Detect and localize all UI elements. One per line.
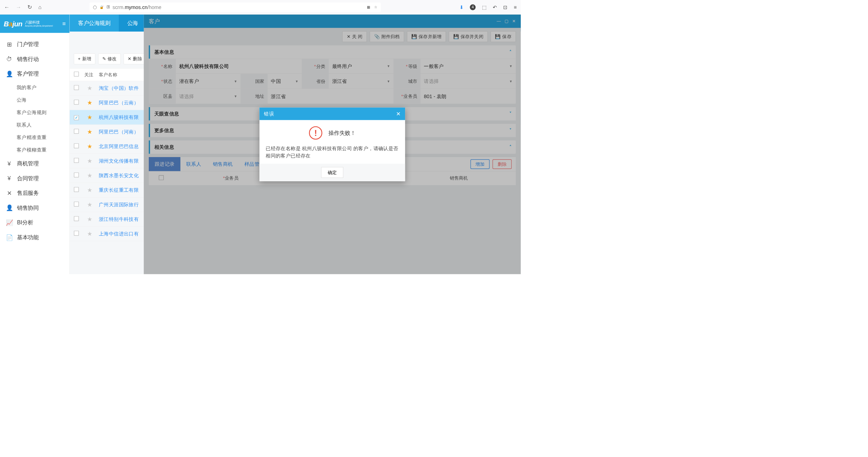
modal-title: 错误	[264, 111, 274, 117]
modal-ok-button[interactable]: 确定	[321, 167, 343, 178]
sidebar-item[interactable]: ✕售后服务	[0, 186, 69, 201]
btn-icon: +	[78, 56, 80, 62]
bookmark-icon[interactable]: ☆	[374, 5, 377, 9]
top-tab[interactable]: 客户公海规则	[70, 15, 119, 32]
nav-icon: 📈	[6, 219, 12, 226]
logo-text: Bajun	[4, 20, 23, 28]
row-checkbox[interactable]	[74, 129, 79, 133]
star-icon[interactable]: ★	[84, 99, 95, 106]
star-icon[interactable]: ★	[84, 85, 95, 92]
back-icon[interactable]: ←	[4, 4, 10, 10]
forward-icon[interactable]: →	[16, 4, 22, 10]
list-button[interactable]: ✎修改	[98, 53, 121, 64]
star-icon[interactable]: ★	[84, 187, 95, 193]
error-modal: 错误 ✕ ! 操作失败！ 已经存在名称是 杭州八骏科技有限公司 的客户，请确认是…	[259, 107, 405, 181]
sidebar-sub-item[interactable]: 客户精准查重	[0, 131, 69, 144]
nav-icon: ¥	[6, 175, 12, 182]
star-icon[interactable]: ★	[84, 143, 95, 150]
row-checkbox[interactable]	[74, 231, 79, 235]
nav-icon: ⊞	[6, 41, 12, 48]
customer-link[interactable]: 陕西水墨长安文化	[99, 172, 139, 179]
key-icon[interactable]: ⚿	[107, 5, 110, 9]
sidebar-item[interactable]: 📈BI分析	[0, 215, 69, 230]
sidebar-item[interactable]: ⊞门户管理	[0, 37, 69, 52]
sidebar-sub-item[interactable]: 我的客户	[0, 81, 69, 94]
star-icon[interactable]: ★	[84, 201, 95, 208]
customer-link[interactable]: 阿里巴巴（河南）	[99, 129, 139, 135]
customer-link[interactable]: 杭州八骏科技有限	[99, 114, 139, 121]
sidebar: Bajun 八骏科技Anyone,Anytime,Anywhere! ≡ ⊞门户…	[0, 15, 70, 274]
btn-icon: ✎	[102, 56, 106, 62]
sidebar-sub-item[interactable]: 公海	[0, 94, 69, 106]
customer-link[interactable]: 浙江特别牛科技有	[99, 216, 139, 223]
home-icon[interactable]: ⌂	[38, 4, 41, 10]
top-tab[interactable]: 公海	[119, 15, 146, 32]
customer-link[interactable]: 北京阿里巴巴信息	[99, 143, 139, 150]
star-icon[interactable]: ★	[84, 172, 95, 179]
reload-icon[interactable]: ↻	[27, 4, 32, 10]
customer-link[interactable]: 上海中信进出口有	[99, 231, 139, 237]
error-icon: !	[309, 126, 322, 139]
star-icon[interactable]: ★	[84, 157, 95, 164]
sidebar-item[interactable]: 👤客户管理	[0, 67, 69, 81]
col-attention: 关注	[84, 71, 95, 78]
row-checkbox[interactable]	[74, 172, 79, 177]
sidebar-item[interactable]: ¥商机管理	[0, 156, 69, 171]
modal-close-icon[interactable]: ✕	[396, 111, 401, 117]
download-icon[interactable]: ⬇	[459, 4, 464, 10]
list-button[interactable]: ✕删除	[123, 53, 146, 64]
hamburger-icon[interactable]: ≡	[62, 20, 66, 27]
customer-link[interactable]: 湖州文化传播有限	[99, 158, 139, 164]
customer-link[interactable]: 阿里巴巴（云南）	[99, 100, 139, 106]
checkbox-all[interactable]	[74, 71, 79, 76]
sidebar-sub-item[interactable]: 联系人	[0, 119, 69, 131]
url-bar[interactable]: ◯ 🔒̸ ⚿ scrm.scrm.mymos.cnmymos.cn/home ▦…	[89, 2, 381, 12]
sidebar-item[interactable]: ⏱销售行动	[0, 52, 69, 67]
browser-chrome: ← → ↻ ⌂ ◯ 🔒̸ ⚿ scrm.scrm.mymos.cnmymos.c…	[0, 0, 521, 15]
url-text: scrm.scrm.mymos.cnmymos.cn/home	[112, 4, 161, 10]
nav-icon: 👤	[6, 70, 12, 77]
star-icon[interactable]: ★	[84, 114, 95, 121]
nav-icon: ⏱	[6, 56, 12, 63]
sidebar-item[interactable]: ¥合同管理	[0, 171, 69, 186]
customer-link[interactable]: 淘宝（中国）软件	[99, 85, 139, 92]
nav-icon: 👤	[6, 205, 12, 212]
notification-badge[interactable]: 4	[470, 4, 476, 10]
row-checkbox[interactable]	[74, 216, 79, 221]
nav-icon: ✕	[6, 190, 12, 197]
lock-slash-icon[interactable]: 🔒̸	[100, 5, 104, 9]
row-checkbox[interactable]	[74, 115, 79, 120]
list-button[interactable]: +新增	[74, 53, 95, 64]
col-name: 客户名称	[99, 71, 117, 78]
customer-link[interactable]: 广州天涯国际旅行	[99, 201, 139, 208]
sidebar-sub-item[interactable]: 客户公海规则	[0, 106, 69, 119]
row-checkbox[interactable]	[74, 143, 79, 148]
sidebar-item[interactable]: 👤销售协同	[0, 200, 69, 215]
crop-icon[interactable]: ⬚	[482, 4, 487, 10]
btn-icon: ✕	[128, 56, 131, 62]
qr-icon[interactable]: ▦	[367, 5, 370, 9]
star-icon[interactable]: ★	[84, 230, 95, 237]
star-icon[interactable]: ★	[84, 128, 95, 135]
row-checkbox[interactable]	[74, 187, 79, 192]
shield-icon[interactable]: ◯	[93, 5, 97, 9]
nav-icon: 📄	[6, 234, 12, 241]
row-checkbox[interactable]	[74, 201, 79, 206]
star-icon[interactable]: ★	[84, 216, 95, 223]
undo-icon[interactable]: ↶	[493, 4, 497, 10]
nav-icon: ¥	[6, 160, 12, 167]
row-checkbox[interactable]	[74, 100, 79, 104]
row-checkbox[interactable]	[74, 85, 79, 90]
row-checkbox[interactable]	[74, 158, 79, 163]
sidebar-sub-item[interactable]: 客户模糊查重	[0, 144, 69, 156]
modal-message: 已经存在名称是 杭州八骏科技有限公司 的客户，请确认是否相同的客户已经存在	[266, 145, 399, 159]
extension-icon[interactable]: ⊡	[503, 4, 507, 10]
customer-link[interactable]: 重庆长征重工有限	[99, 187, 139, 193]
customer-panel: 客户 — ▢ ✕ ✕关 闭📎附件归档💾保存并新增💾保存并关闭💾保存 基本信息 ˄…	[144, 15, 521, 274]
modal-status: 操作失败！	[328, 129, 355, 137]
sidebar-item[interactable]: 📄基本功能	[0, 230, 69, 245]
menu-icon[interactable]: ≡	[514, 4, 516, 10]
logo: Bajun 八骏科技Anyone,Anytime,Anywhere! ≡	[0, 15, 69, 33]
